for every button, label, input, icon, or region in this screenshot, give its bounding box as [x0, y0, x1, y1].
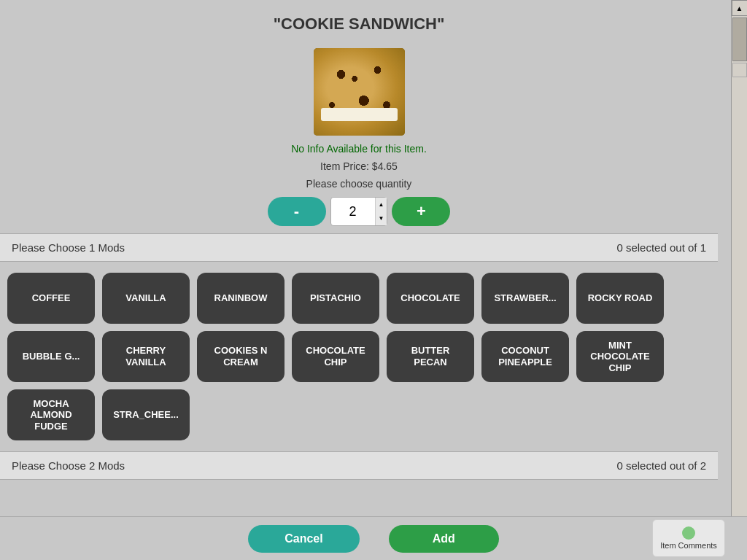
mod-btn-mocha-almond-fudge[interactable]: MOCHAALMONDFUDGE	[7, 389, 95, 440]
mods-section2-label: Please Choose 2 Mods	[12, 459, 125, 472]
sandwich-fill	[321, 108, 398, 121]
mod-btn-chocolate[interactable]: CHOCOLATE	[387, 273, 474, 324]
comment-circle-icon	[682, 526, 695, 540]
mod-btn-cherry-vanilla[interactable]: CHERRYVANILLA	[102, 331, 190, 382]
mod-btn-coconut-pineapple[interactable]: COCONUTPINEAPPLE	[481, 331, 569, 382]
mod-btn-rocky-road[interactable]: ROCKY ROAD	[576, 273, 664, 324]
mods-section2-selected: 0 selected out of 2	[616, 459, 706, 472]
no-info-text: No Info Available for this Item.	[0, 143, 718, 155]
item-comments-label: Item Comments	[660, 541, 717, 550]
quantity-minus-button[interactable]: -	[268, 197, 326, 226]
mod-btn-bubble-g[interactable]: BUBBLE G...	[7, 331, 95, 382]
cookie-visual	[314, 48, 405, 136]
quantity-spinner[interactable]: ▲ ▼	[375, 198, 387, 225]
mod-btn-pistachio[interactable]: PISTACHIO	[292, 273, 379, 324]
cancel-button[interactable]: Cancel	[248, 525, 359, 553]
item-image	[0, 48, 718, 136]
mods-section1-selected: 0 selected out of 1	[616, 241, 706, 254]
mods-section2-header: Please Choose 2 Mods 0 selected out of 2	[0, 451, 718, 480]
mod-btn-strawberry[interactable]: STRAWBER...	[481, 273, 569, 324]
main-content: "COOKIE SANDWICH" No Info Available for …	[0, 0, 718, 560]
mod-btn-cookies-n-cream[interactable]: COOKIES NCREAM	[197, 331, 285, 382]
mod-btn-mint-chocolate-chip[interactable]: MINTCHOCOLATECHIP	[576, 331, 664, 382]
quantity-plus-button[interactable]: +	[392, 197, 450, 226]
scrollbar-thumb[interactable]	[732, 18, 747, 61]
mod-btn-stra-chee[interactable]: STRA_CHEE...	[102, 389, 190, 440]
mods-section1-grid: COFFEE VANILLA RANINBOW PISTACHIO CHOCOL…	[0, 262, 718, 451]
mod-btn-coffee[interactable]: COFFEE	[7, 273, 95, 324]
mod-btn-chocolate-chip[interactable]: CHOCOLATECHIP	[292, 331, 379, 382]
mods-section1-header: Please Choose 1 Mods 0 selected out of 1	[0, 233, 718, 262]
mods-section1-label: Please Choose 1 Mods	[12, 241, 125, 254]
item-comments-button[interactable]: Item Comments	[652, 519, 725, 557]
add-button[interactable]: Add	[389, 525, 499, 553]
item-price: Item Price: $4.65	[0, 160, 718, 172]
quantity-input-wrap: ▲ ▼	[330, 197, 388, 226]
scroll-up-btn[interactable]: ▲	[732, 0, 748, 16]
scrollbar-divider	[732, 63, 747, 77]
scrollbar[interactable]: ▲ ▼	[731, 0, 747, 560]
qty-spinner-down[interactable]: ▼	[376, 211, 387, 225]
choose-qty-label: Please choose quantity	[0, 178, 718, 190]
mod-btn-butter-pecan[interactable]: BUTTERPECAN	[387, 331, 474, 382]
bottom-bar: Cancel Add Item Comments	[0, 516, 747, 560]
quantity-input[interactable]	[331, 198, 375, 225]
cookie-image	[314, 48, 405, 136]
mod-btn-raninbow[interactable]: RANINBOW	[197, 273, 285, 324]
quantity-row: - ▲ ▼ +	[0, 197, 718, 226]
mod-btn-vanilla[interactable]: VANILLA	[102, 273, 190, 324]
qty-spinner-up[interactable]: ▲	[376, 198, 387, 211]
page-title: "COOKIE SANDWICH"	[0, 0, 718, 41]
